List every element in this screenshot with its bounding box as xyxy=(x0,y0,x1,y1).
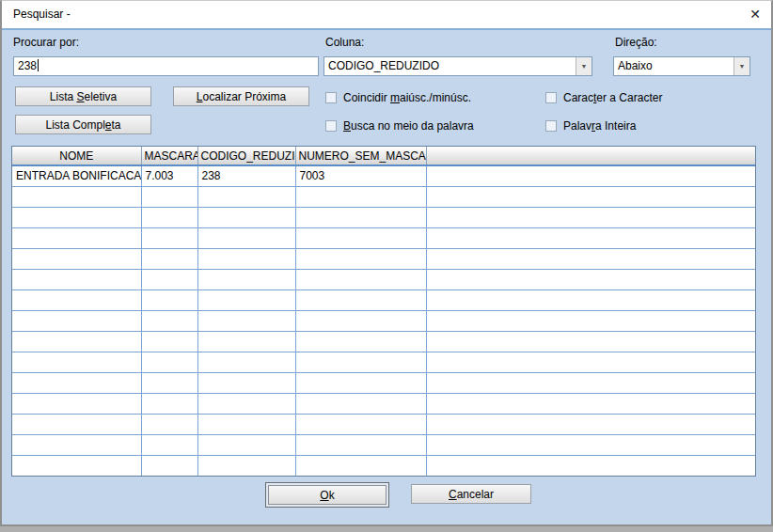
table-cell xyxy=(295,311,426,332)
column-header[interactable]: NOME xyxy=(12,147,141,165)
table-row[interactable] xyxy=(12,352,755,373)
table-cell xyxy=(426,208,755,228)
table-cell xyxy=(197,456,295,477)
checkbox-label: Palavra Inteira xyxy=(563,119,636,133)
column-header[interactable]: NUMERO_SEM_MASCARA xyxy=(295,147,426,165)
table-cell xyxy=(197,332,295,352)
column-selected-value: CODIGO_REDUZIDO xyxy=(328,57,439,75)
table-cell xyxy=(12,415,141,435)
table-row[interactable] xyxy=(12,435,755,456)
table-cell xyxy=(426,165,755,187)
table-cell xyxy=(426,270,755,290)
table-row[interactable] xyxy=(12,456,755,477)
pesquisar-dialog: Pesquisar - ✕ Procurar por: 238 Coluna: … xyxy=(0,0,773,532)
table-cell xyxy=(141,249,197,270)
checkbox-busca-meio-palavra[interactable]: Busca no meio da palavra xyxy=(325,119,474,133)
table-cell: 7.003 xyxy=(141,165,197,187)
ok-button[interactable]: Ok xyxy=(268,485,386,505)
table-cell xyxy=(12,352,141,373)
table-cell xyxy=(197,415,295,435)
table-cell xyxy=(141,187,197,208)
table-cell xyxy=(12,435,141,456)
direction-select[interactable]: Abaixo ▼ xyxy=(613,56,750,76)
results-table[interactable]: NOMEMASCARACODIGO_REDUZIDONUMERO_SEM_MAS… xyxy=(11,146,756,477)
table-cell xyxy=(295,228,426,249)
table-row[interactable] xyxy=(12,373,755,394)
localizar-proxima-button[interactable]: Localizar Próxima xyxy=(173,86,309,106)
table-cell xyxy=(141,456,197,477)
column-header[interactable] xyxy=(426,147,755,165)
table-cell xyxy=(426,435,755,456)
table-cell xyxy=(141,208,197,228)
text-caret xyxy=(38,59,39,71)
column-dropdown-button[interactable]: ▼ xyxy=(576,57,592,75)
lista-seletiva-button[interactable]: Lista Seletiva xyxy=(15,86,151,106)
table-row[interactable] xyxy=(12,270,755,290)
table-cell xyxy=(197,394,295,415)
table-cell xyxy=(426,394,755,415)
table-cell xyxy=(295,415,426,435)
table-row[interactable] xyxy=(12,394,755,415)
lista-completa-button[interactable]: Lista Completa xyxy=(15,115,151,134)
checkbox-box-icon xyxy=(325,92,337,103)
table-cell xyxy=(295,352,426,373)
table-cell xyxy=(295,373,426,394)
direction-label: Direção: xyxy=(615,36,657,49)
table-cell xyxy=(197,290,295,311)
title-bar: Pesquisar - ✕ xyxy=(2,1,771,28)
close-icon[interactable]: ✕ xyxy=(749,7,761,22)
table-cell xyxy=(295,208,426,228)
checkbox-caracter-a-caracter[interactable]: Caracter a Caracter xyxy=(545,91,662,104)
table-cell: 7003 xyxy=(295,165,426,187)
table-cell xyxy=(12,332,141,352)
table-row[interactable] xyxy=(12,332,755,352)
table-cell xyxy=(197,270,295,290)
table-cell: 238 xyxy=(197,165,295,187)
search-input[interactable]: 238 xyxy=(13,56,319,76)
table-cell xyxy=(426,456,755,477)
checkbox-box-icon xyxy=(545,92,557,103)
column-header[interactable]: MASCARA xyxy=(141,147,197,165)
table-cell xyxy=(141,435,197,456)
table-cell xyxy=(141,270,197,290)
table-row[interactable]: ENTRADA BONIFICACAO7.0032387003 xyxy=(12,165,755,187)
table-header: NOMEMASCARACODIGO_REDUZIDONUMERO_SEM_MAS… xyxy=(12,147,755,165)
table-cell xyxy=(141,311,197,332)
cancelar-button[interactable]: Cancelar xyxy=(411,484,531,504)
table-cell xyxy=(197,435,295,456)
table-row[interactable] xyxy=(12,290,755,311)
direction-dropdown-button[interactable]: ▼ xyxy=(734,57,749,75)
direction-selected-value: Abaixo xyxy=(618,57,653,75)
column-select[interactable]: CODIGO_REDUZIDO ▼ xyxy=(323,56,592,76)
table-row[interactable] xyxy=(12,415,755,435)
table-cell xyxy=(141,332,197,352)
table-cell xyxy=(295,270,426,290)
checkbox-box-icon xyxy=(545,120,557,132)
table-cell xyxy=(295,435,426,456)
table-cell xyxy=(295,394,426,415)
table-row[interactable] xyxy=(12,208,755,228)
table-cell xyxy=(12,373,141,394)
table-row[interactable] xyxy=(12,249,755,270)
column-label: Coluna: xyxy=(325,36,364,49)
checkbox-coincidir-maiusc[interactable]: Coincidir maiúsc./minúsc. xyxy=(325,91,471,104)
table-cell: ENTRADA BONIFICACAO xyxy=(12,165,141,187)
column-header[interactable]: CODIGO_REDUZIDO xyxy=(197,147,295,165)
table-cell xyxy=(12,249,141,270)
table-row[interactable] xyxy=(12,228,755,249)
dialog-body: Procurar por: 238 Coluna: CODIGO_REDUZID… xyxy=(2,28,771,523)
table-cell xyxy=(12,270,141,290)
table-cell xyxy=(426,373,755,394)
table-row[interactable] xyxy=(12,311,755,332)
table-row[interactable] xyxy=(12,187,755,208)
checkbox-label: Coincidir maiúsc./minúsc. xyxy=(343,91,471,104)
table-cell xyxy=(197,187,295,208)
table-cell xyxy=(197,352,295,373)
table-cell xyxy=(141,415,197,435)
checkbox-box-icon xyxy=(325,120,337,132)
table-cell xyxy=(295,332,426,352)
checkbox-palavra-inteira[interactable]: Palavra Inteira xyxy=(545,119,636,133)
chevron-down-icon: ▼ xyxy=(734,57,749,75)
chevron-down-icon: ▼ xyxy=(576,57,592,75)
table-cell xyxy=(197,208,295,228)
